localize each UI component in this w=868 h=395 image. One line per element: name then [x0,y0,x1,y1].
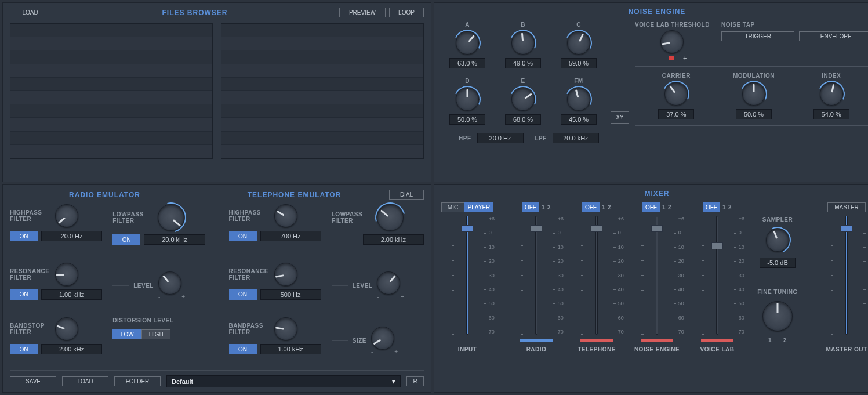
fine-tuning-knob[interactable] [762,301,793,331]
mic-button[interactable]: MIC [441,202,464,212]
radio-hp-on-button[interactable]: ON [10,231,38,241]
tel-bp-on-button[interactable]: ON [229,344,257,354]
noise-engine-off-button[interactable]: OFF [642,202,660,212]
radio-res-value[interactable]: 1.00 kHz [41,289,102,300]
tel-hp-label: HIGHPASS FILTER [229,209,270,222]
radio-emulator-title: RADIO EMULATOR [69,191,140,199]
sampler-knob[interactable] [766,229,789,252]
tel-res-value[interactable]: 500 Hz [260,289,321,300]
files-browser-panel: LOAD FILES BROWSER PREVIEW LOOP [2,2,431,182]
mixer-channel-noise-engine: OFF 1 2 +6010203040506070 NOISE ENGINE [631,202,683,353]
radio-hp-label: HIGHPASS FILTER [10,209,50,222]
mixer-channel-telephone: OFF 1 2 +6010203040506070 TELEPHONE [571,202,623,353]
noise-engine-title: NOISE ENGINE [629,8,686,16]
telephone-off-button[interactable]: OFF [582,202,600,212]
voice-lab-threshold-label: VOICE LAB THRESHOLD [635,21,710,28]
master-button[interactable]: MASTER [827,202,866,212]
mixer-channel-input: MIC PLAYER +6010203040506070 INPUT [441,202,493,353]
file-list-left[interactable] [10,23,213,159]
player-button[interactable]: PLAYER [464,202,493,212]
tel-level-knob[interactable] [377,271,400,295]
tel-hp-knob[interactable] [274,204,297,227]
tel-level-label: LEVEL [353,282,373,289]
hpf-value[interactable]: 20.0 Hz [477,133,524,143]
index-knob[interactable]: INDEX54.0 % [813,73,849,119]
radio-bs-on-button[interactable]: ON [10,344,38,354]
trigger-button[interactable]: TRIGGER [721,31,795,41]
tel-lp-knob[interactable] [377,204,404,231]
noise-knob-b[interactable]: B49.0 % [497,21,549,68]
plus-label: + [683,55,687,61]
sampler-value: -5.0 dB [760,258,796,268]
tel-hp-on-button[interactable]: ON [229,231,257,241]
preset-r-button[interactable]: R [406,376,424,386]
radio-fader[interactable]: +6010203040506070 [525,216,547,335]
load-button[interactable]: LOAD [10,8,50,17]
radio-hp-value[interactable]: 20.0 Hz [41,231,102,241]
radio-hp-knob[interactable] [55,204,78,227]
radio-off-button[interactable]: OFF [522,202,539,212]
preview-button[interactable]: PREVIEW [339,8,386,17]
noise-knob-a[interactable]: A63.0 % [441,21,493,68]
distortion-high-button[interactable]: HIGH [141,329,170,339]
mixer-channel-voice-lab: OFF 1 2 +6010203040506070 VOICE LAB [691,202,743,353]
telephone-fader[interactable]: +6010203040506070 [586,216,608,335]
mixer-title: MIXER [644,190,669,198]
mixer-channel-radio: OFF 1 2 +6010203040506070 RADIO [510,202,562,353]
radio-bs-knob[interactable] [55,317,78,340]
noise-tap-label: NOISE TAP [721,21,868,28]
radio-lp-label: LOWPASS FILTER [112,211,153,224]
files-browser-title: FILES BROWSER [162,9,227,17]
sampler-label: SAMPLER [762,216,793,223]
tel-size-knob[interactable] [371,327,394,350]
voice-lab-fader[interactable]: +6010203040506070 [706,216,728,335]
tel-lp-label: LOWPASS FILTER [332,211,372,224]
tel-res-knob[interactable] [274,263,297,286]
preset-load-button[interactable]: LOAD [62,376,108,386]
radio-res-knob[interactable] [55,263,78,286]
carrier-knob[interactable]: CARRIER37.0 % [658,73,694,119]
mixer-channel-master: MASTER +6010203040506070 MASTER OUT [820,202,868,353]
radio-dist-label: DISTORSION LEVEL [112,317,205,324]
noise-knob-d[interactable]: D50.0 % [441,78,493,125]
preset-folder-button[interactable]: FOLDER [114,376,161,386]
hpf-label: HPF [459,135,471,142]
tel-bp-knob[interactable] [274,317,297,340]
radio-lp-on-button[interactable]: ON [112,234,140,245]
file-list-right[interactable] [221,23,424,159]
tel-res-label: RESONANCE FILTER [229,268,270,281]
tel-bp-value[interactable]: 1.00 kHz [260,344,321,354]
mixer-panel: MIXER MIC PLAYER +6010203040506070 INPUT… [434,184,868,393]
xy-button[interactable]: XY [611,111,629,124]
loop-button[interactable]: LOOP [389,8,424,17]
noise-knob-fm[interactable]: FM45.0 % [553,78,605,125]
preset-save-button[interactable]: SAVE [10,376,56,386]
radio-res-on-button[interactable]: ON [10,289,38,300]
preset-select[interactable]: Default ▾ [166,375,401,387]
noise-knob-e[interactable]: E68.0 % [497,78,549,125]
radio-level-knob[interactable] [158,271,181,295]
dial-button[interactable]: DIAL [389,190,424,200]
noise-engine-fader[interactable]: +6010203040506070 [646,216,668,335]
radio-lp-value[interactable]: 20.0 kHz [144,234,205,245]
voice-lab-threshold-knob[interactable] [660,30,684,53]
envelope-button[interactable]: ENVELOPE [799,31,868,41]
voice-lab-off-button[interactable]: OFF [703,202,720,212]
tel-res-on-button[interactable]: ON [229,289,257,300]
emulators-panel: RADIO EMULATOR TELEPHONE EMULATOR DIAL H… [2,184,431,393]
fine-tuning-label: FINE TUNING [757,289,797,295]
input-fader[interactable]: +6010203040506070 [456,216,478,335]
lpf-value[interactable]: 20.0 kHz [553,133,599,143]
noise-engine-panel: NOISE ENGINE A63.0 % B49.0 % C59.0 % D50… [434,2,868,182]
radio-bs-value[interactable]: 2.00 kHz [41,344,102,354]
modulation-knob[interactable]: MODULATION50.0 % [733,73,775,119]
threshold-indicator [669,56,674,60]
master-fader[interactable]: +6010203040506070 [836,216,858,335]
noise-knob-c[interactable]: C59.0 % [553,21,605,68]
radio-bs-label: BANDSTOP FILTER [10,322,50,335]
radio-lp-knob[interactable] [158,204,184,231]
minus-label: - [658,55,660,61]
distortion-low-button[interactable]: LOW [112,329,141,339]
tel-hp-value[interactable]: 700 Hz [260,231,321,241]
tel-lp-value[interactable]: 2.00 kHz [363,234,424,245]
